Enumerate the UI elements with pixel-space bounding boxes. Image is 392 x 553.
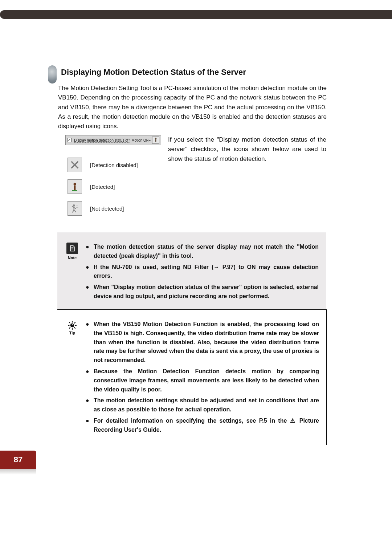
svg-line-16 xyxy=(69,327,70,328)
note-icon xyxy=(66,243,78,254)
note-list: ●The motion detection status of the serv… xyxy=(86,243,319,301)
svg-rect-1 xyxy=(155,139,156,142)
status-row-detected: [Detected] xyxy=(68,179,115,194)
person-icon xyxy=(152,137,159,144)
bullet-icon: ● xyxy=(86,416,94,435)
svg-line-15 xyxy=(74,322,75,323)
svg-rect-5 xyxy=(74,186,76,190)
svg-line-13 xyxy=(69,322,70,323)
detection-disabled-icon xyxy=(68,158,82,172)
tip-box: Tip ●When the VB150 Motion Detection Fun… xyxy=(57,309,327,445)
status-row-not-detected: [Not detected] xyxy=(68,201,124,216)
tip-item: Because the Motion Detection Function de… xyxy=(94,367,319,394)
tip-item: The motion detection settings should be … xyxy=(94,396,319,414)
status-row-disabled: [Detection disabled] xyxy=(68,158,138,172)
checkbox-strip: ✓ Display motion detection status of the… xyxy=(65,135,161,145)
note-icon-column: Note xyxy=(65,243,80,301)
intro-paragraph: The Motion Detection Setting Tool is a P… xyxy=(58,84,327,131)
note-box: Note ●The motion detection status of the… xyxy=(57,232,326,311)
detected-icon xyxy=(68,179,82,194)
note-item: The motion detection status of the serve… xyxy=(94,243,319,261)
svg-point-4 xyxy=(74,183,76,186)
svg-point-17 xyxy=(72,324,73,325)
svg-point-7 xyxy=(73,204,75,207)
bullet-icon: ● xyxy=(86,263,94,281)
bullet-icon: ● xyxy=(86,283,94,301)
status-label: [Detected] xyxy=(90,184,115,190)
bullet-icon: ● xyxy=(86,367,94,394)
note-item: When "Display motion detection status of… xyxy=(94,283,319,301)
note-item: If the NU-700 is used, setting ND Filter… xyxy=(94,263,319,281)
tip-item: For detailed information on specifying t… xyxy=(94,416,319,435)
tip-item: When the VB150 Motion Detection Function… xyxy=(94,320,319,365)
tip-icon xyxy=(67,320,78,331)
tip-icon-column: Tip xyxy=(65,320,80,435)
status-label: [Detection disabled] xyxy=(90,162,138,168)
svg-rect-6 xyxy=(72,190,77,191)
svg-point-0 xyxy=(155,138,157,139)
checkbox-description: If you select the "Display motion detect… xyxy=(168,135,326,164)
page-number: 87 xyxy=(0,451,36,469)
checkbox-label: Display motion detection status of the s… xyxy=(73,138,130,143)
bullet-icon: ● xyxy=(86,396,94,414)
note-label: Note xyxy=(68,256,77,260)
section-bullet-icon xyxy=(48,65,57,84)
checkbox-icon[interactable]: ✓ xyxy=(67,138,72,142)
not-detected-icon xyxy=(68,201,82,216)
tip-list: ●When the VB150 Motion Detection Functio… xyxy=(86,320,319,435)
motion-status-text: Motion OFF xyxy=(131,138,151,142)
svg-line-14 xyxy=(74,327,75,328)
svg-point-8 xyxy=(70,324,74,328)
top-bar xyxy=(0,10,392,19)
section-title: Displaying Motion Detection Status of th… xyxy=(61,68,246,77)
tip-label: Tip xyxy=(69,331,75,335)
page-number-shadow xyxy=(0,469,36,475)
status-label: [Not detected] xyxy=(90,206,124,212)
bullet-icon: ● xyxy=(86,320,94,365)
bullet-icon: ● xyxy=(86,243,94,261)
document-page: Displaying Motion Detection Status of th… xyxy=(0,0,392,553)
